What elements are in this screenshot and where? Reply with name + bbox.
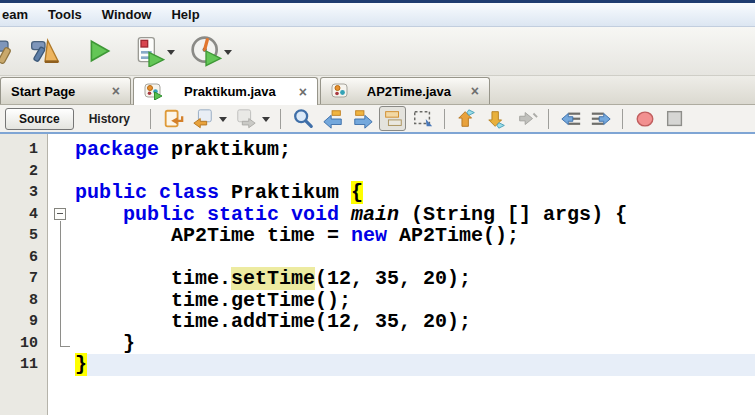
code-fold-margin bbox=[47, 139, 75, 161]
code-text[interactable]: public class Praktikum { bbox=[75, 182, 363, 204]
run-project-icon[interactable] bbox=[82, 34, 116, 68]
code-line[interactable]: 2 bbox=[0, 161, 755, 183]
find-previous-icon[interactable] bbox=[319, 106, 346, 131]
main-toolbar bbox=[0, 27, 755, 76]
code-line[interactable]: 4 public static void main (String [] arg… bbox=[0, 204, 755, 226]
java-class-run-icon bbox=[144, 83, 163, 100]
debug-dropdown-icon[interactable] bbox=[167, 50, 175, 55]
profile-dropdown-icon[interactable] bbox=[224, 50, 232, 55]
code-fold-marker[interactable] bbox=[47, 204, 75, 226]
stop-macro-recording-icon[interactable] bbox=[661, 106, 688, 131]
toggle-bookmark-icon[interactable] bbox=[513, 106, 540, 131]
tab-label: AP2Time.java bbox=[367, 84, 451, 99]
code-line[interactable]: 8 time.getTime(); bbox=[0, 290, 755, 312]
build-project-icon[interactable] bbox=[0, 34, 20, 68]
code-text[interactable]: package praktikum; bbox=[75, 139, 291, 161]
netbeans-window: eam Tools Window Help bbox=[0, 0, 755, 415]
line-number: 11 bbox=[0, 354, 47, 376]
debug-project-icon[interactable] bbox=[132, 34, 166, 68]
forward-icon[interactable] bbox=[232, 106, 259, 131]
line-number: 5 bbox=[0, 225, 47, 247]
tab-praktikum-java[interactable]: Praktikum.java × bbox=[133, 77, 318, 105]
code-text[interactable]: public static void main (String [] args)… bbox=[75, 204, 627, 226]
code-fold-marker bbox=[47, 268, 75, 290]
java-class-icon bbox=[331, 83, 349, 99]
line-number: 10 bbox=[0, 333, 47, 355]
line-number: 1 bbox=[0, 139, 47, 161]
code-fold-margin bbox=[47, 182, 75, 204]
back-dropdown-icon[interactable] bbox=[219, 117, 227, 122]
close-icon[interactable]: × bbox=[110, 84, 122, 98]
code-line[interactable]: 3public class Praktikum { bbox=[0, 182, 755, 204]
forward-dropdown-icon[interactable] bbox=[262, 117, 270, 122]
close-icon[interactable]: × bbox=[297, 85, 309, 99]
code-line[interactable]: 5 AP2Time time = new AP2Time(); bbox=[0, 225, 755, 247]
code-fold-marker bbox=[47, 311, 75, 333]
find-icon[interactable] bbox=[289, 106, 316, 131]
code-line[interactable]: 11} bbox=[0, 354, 755, 376]
line-number: 6 bbox=[0, 247, 47, 269]
code-text[interactable]: } bbox=[75, 354, 755, 376]
tab-label: Praktikum.java bbox=[184, 84, 276, 99]
code-text[interactable]: } bbox=[75, 333, 135, 355]
menu-window[interactable]: Window bbox=[92, 7, 162, 22]
start-macro-recording-icon[interactable] bbox=[631, 106, 658, 131]
code-text[interactable]: AP2Time time = new AP2Time(); bbox=[75, 225, 519, 247]
line-number: 9 bbox=[0, 311, 47, 333]
toolbar-separator bbox=[444, 109, 445, 129]
rectangular-selection-icon[interactable] bbox=[409, 106, 436, 131]
code-line[interactable]: 9 time.addTime(12, 35, 20); bbox=[0, 311, 755, 333]
code-fold-margin bbox=[47, 354, 75, 376]
line-number: 8 bbox=[0, 290, 47, 312]
code-text[interactable]: time.setTime(12, 35, 20); bbox=[75, 268, 471, 290]
shift-line-left-icon[interactable] bbox=[557, 106, 584, 131]
menu-team[interactable]: eam bbox=[0, 7, 38, 22]
toolbar-separator bbox=[150, 109, 151, 129]
code-text[interactable]: time.getTime(); bbox=[75, 290, 351, 312]
line-number: 7 bbox=[0, 268, 47, 290]
code-fold-marker bbox=[47, 333, 75, 355]
code-editor[interactable]: 1package praktikum;23public class Prakti… bbox=[0, 134, 755, 415]
code-fold-marker bbox=[47, 225, 75, 247]
line-number: 3 bbox=[0, 182, 47, 204]
back-icon[interactable] bbox=[189, 106, 216, 131]
tab-label: Start Page bbox=[11, 84, 75, 99]
code-lines: 1package praktikum;23public class Prakti… bbox=[0, 139, 755, 376]
code-fold-marker bbox=[47, 247, 75, 269]
code-fold-margin bbox=[47, 161, 75, 183]
code-line[interactable]: 1package praktikum; bbox=[0, 139, 755, 161]
tab-ap2time-java[interactable]: AP2Time.java × bbox=[320, 77, 490, 104]
collapse-fold-icon[interactable] bbox=[54, 208, 66, 220]
source-button[interactable]: Source bbox=[5, 108, 74, 130]
shift-line-right-icon[interactable] bbox=[587, 106, 614, 131]
code-line[interactable]: 7 time.setTime(12, 35, 20); bbox=[0, 268, 755, 290]
toggle-highlight-search-icon[interactable] bbox=[379, 106, 406, 131]
menu-help[interactable]: Help bbox=[161, 7, 209, 22]
line-number: 4 bbox=[0, 204, 47, 226]
close-icon[interactable]: × bbox=[469, 84, 481, 98]
code-line[interactable]: 6 bbox=[0, 247, 755, 269]
tab-bar: Start Page × Praktikum.java × bbox=[0, 76, 755, 105]
toolbar-separator bbox=[280, 109, 281, 129]
clean-and-build-project-icon[interactable] bbox=[28, 34, 62, 68]
previous-bookmark-icon[interactable] bbox=[453, 106, 480, 131]
line-number: 2 bbox=[0, 161, 47, 183]
find-next-icon[interactable] bbox=[349, 106, 376, 131]
last-edit-position-icon[interactable] bbox=[159, 106, 186, 131]
toolbar-separator bbox=[548, 109, 549, 129]
code-fold-marker bbox=[47, 290, 75, 312]
history-button[interactable]: History bbox=[77, 112, 142, 126]
next-bookmark-icon[interactable] bbox=[483, 106, 510, 131]
code-text[interactable]: time.addTime(12, 35, 20); bbox=[75, 311, 471, 333]
code-line[interactable]: 10 } bbox=[0, 333, 755, 355]
profile-project-icon[interactable] bbox=[189, 34, 223, 68]
editor-toolbar: Source History bbox=[0, 105, 755, 134]
tab-start-page[interactable]: Start Page × bbox=[0, 77, 131, 104]
toolbar-separator bbox=[622, 109, 623, 129]
menu-bar: eam Tools Window Help bbox=[0, 0, 755, 27]
menu-tools[interactable]: Tools bbox=[38, 7, 92, 22]
